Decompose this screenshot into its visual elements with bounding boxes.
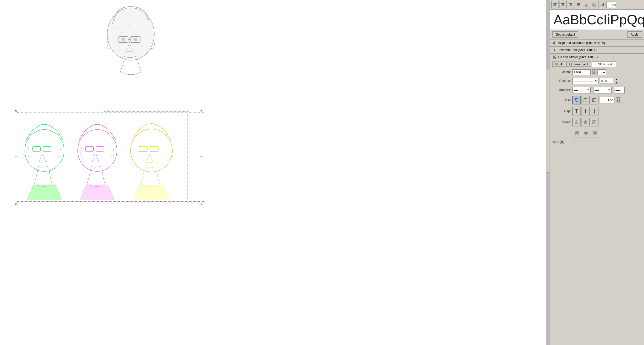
join-label: Join: [552, 98, 571, 102]
handle-mid-right[interactable]: → [199, 154, 204, 159]
align-distribute-label: Align and Distribute (Shift+Ctrl+A) [558, 41, 605, 45]
align-center-btn[interactable] [559, 1, 567, 8]
chart-btn[interactable] [598, 1, 606, 8]
width-row: Width: ▲ ▼ px [550, 68, 644, 76]
svg-rect-29 [577, 4, 580, 5]
blur-label: Blur (%) [552, 140, 642, 144]
svg-rect-44 [569, 63, 572, 65]
svg-rect-30 [577, 5, 580, 6]
zoom-percent-input[interactable]: 0% [606, 2, 617, 8]
align-distribute-header[interactable]: Align and Distribute (Shift+Ctrl+A) [550, 40, 644, 46]
order-btn-2[interactable] [581, 118, 590, 126]
svg-point-57 [593, 121, 595, 123]
order-btn-1[interactable] [572, 118, 581, 126]
handle-top-left[interactable]: ↖ [14, 109, 18, 114]
svg-rect-21 [553, 5, 556, 6]
cap-butt-btn[interactable] [572, 107, 581, 115]
text-font-label: Text and Font (Shift+Ctrl+T) [558, 48, 597, 52]
marker-mid-select[interactable]: — ▼ [593, 87, 612, 93]
svg-rect-43 [556, 63, 558, 65]
text-font-header[interactable]: T Text and Font (Shift+Ctrl+T) [550, 47, 644, 53]
align-left-btn[interactable] [551, 1, 559, 8]
svg-point-11 [78, 130, 117, 171]
svg-point-53 [576, 121, 577, 123]
font-preview-text: AaBbCcIiPpQq [553, 12, 644, 27]
dashes-input[interactable] [600, 78, 613, 84]
svg-point-5 [133, 38, 137, 41]
text-align-btn[interactable] [583, 1, 590, 8]
svg-rect-20 [553, 4, 556, 5]
tab-stroke-paint[interactable]: Stroke paint [566, 62, 591, 67]
width-up-btn[interactable]: ▲ [592, 69, 596, 72]
extra-btn-group [573, 129, 599, 137]
svg-rect-38 [602, 4, 603, 6]
tab-fill[interactable]: Fill [552, 62, 565, 67]
handle-bottom-right[interactable]: ↘ [199, 200, 203, 206]
marker-end-select[interactable]: — [614, 87, 625, 93]
join-spinner: ▲ ▼ [616, 97, 620, 103]
action-buttons-row: Set as default Apply [550, 30, 644, 40]
dashes-up-btn[interactable]: ▲ [615, 78, 618, 81]
svg-rect-27 [570, 5, 572, 6]
svg-rect-22 [561, 3, 564, 4]
fill-stroke-label: Fill and Stroke (Shift+Ctrl+F) [558, 55, 598, 59]
svg-rect-58 [575, 132, 579, 135]
table-btn[interactable] [591, 1, 598, 8]
extra-btn-2[interactable] [582, 129, 590, 137]
order-btn-3[interactable] [590, 118, 598, 126]
scrollbar-vertical[interactable] [546, 0, 550, 345]
handle-bottom-left[interactable]: ↙ [14, 200, 18, 206]
dashes-select[interactable]: ———————— - - - - - - · · · · · · [572, 78, 598, 84]
cap-label: Cap: [552, 109, 571, 113]
svg-point-6 [25, 130, 64, 171]
marker-start-select[interactable]: — ▼ [572, 87, 591, 93]
width-spinner: ▲ ▼ [592, 69, 596, 75]
tab-stroke-style[interactable]: Stroke style [592, 62, 616, 67]
set-as-default-button[interactable]: Set as default [552, 31, 578, 38]
apply-button[interactable]: Apply [627, 31, 642, 38]
handle-top-center[interactable]: ↑ [106, 109, 108, 114]
scrollbar-thumb[interactable] [546, 69, 550, 172]
text-icon: T [552, 48, 557, 52]
join-bevel-btn[interactable] [590, 96, 598, 104]
extra-btn-1[interactable] [573, 129, 581, 137]
extra-btn-3[interactable] [591, 129, 599, 137]
dashes-down-btn[interactable]: ▼ [615, 81, 618, 84]
svg-point-4 [121, 38, 125, 41]
width-down-btn[interactable]: ▼ [592, 72, 596, 75]
cap-buttons [572, 107, 598, 115]
blur-section: Blur (%) [550, 139, 644, 146]
fill-stroke-tabs: Fill Stroke paint Stroke style [550, 60, 644, 68]
width-input[interactable] [572, 69, 591, 75]
svg-point-60 [584, 132, 587, 135]
dashes-spinner: ▲ ▼ [615, 78, 618, 84]
order-row: Order: [550, 117, 644, 128]
join-row: Join: ▲ ▼ [550, 95, 644, 106]
join-up-btn[interactable]: ▲ [616, 97, 620, 100]
right-panel: 0% AaBbCcIiPpQq Set as default Apply Ali… [550, 0, 644, 345]
justify-btn[interactable] [575, 1, 582, 8]
dashes-row: Dashes: ———————— - - - - - - · · · · · ·… [550, 76, 644, 85]
svg-rect-8 [43, 147, 51, 151]
svg-point-59 [576, 132, 578, 134]
svg-rect-28 [577, 3, 580, 4]
handle-bottom-center[interactable]: ↓ [106, 200, 108, 206]
align-right-btn[interactable] [567, 1, 574, 8]
join-round-btn[interactable] [581, 96, 590, 104]
width-label: Width: [552, 70, 571, 74]
portrait-green [18, 114, 71, 200]
svg-rect-39 [603, 3, 604, 6]
handle-top-right[interactable]: ↗ [199, 109, 203, 114]
handle-mid-left[interactable]: ← [14, 154, 18, 159]
cap-square-btn[interactable] [590, 107, 598, 115]
align-icon [552, 41, 557, 45]
fill-stroke-header[interactable]: Fill and Stroke (Shift+Ctrl+F) [550, 54, 644, 60]
cap-round-btn[interactable] [581, 107, 590, 115]
order-label: Order: [552, 120, 571, 124]
svg-point-15 [131, 129, 172, 172]
join-down-btn[interactable]: ▼ [616, 100, 620, 103]
width-unit-select[interactable]: px [597, 69, 606, 75]
join-value-input[interactable] [600, 97, 614, 103]
join-miter-btn[interactable] [572, 96, 581, 104]
svg-rect-24 [562, 5, 564, 6]
